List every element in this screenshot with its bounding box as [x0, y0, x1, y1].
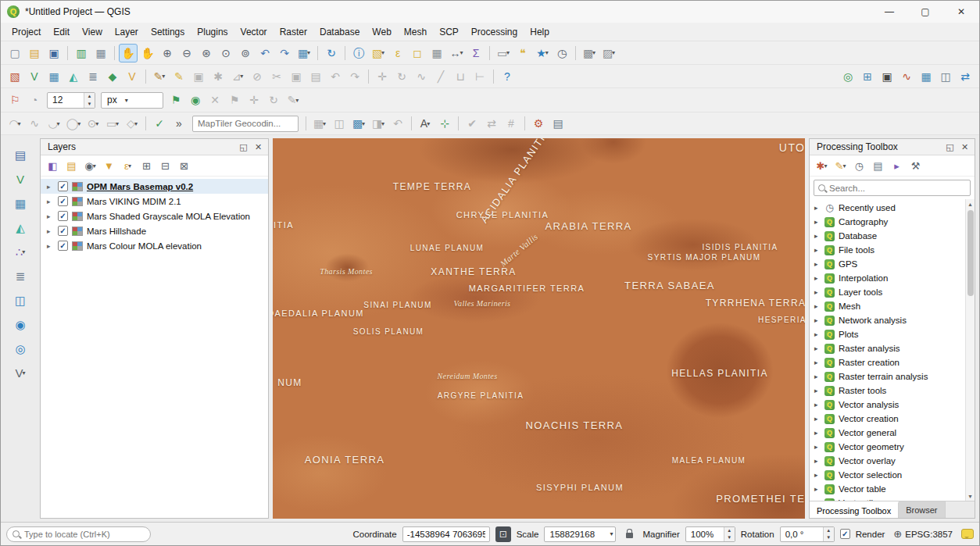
expand-arrow-icon[interactable]: ▸	[814, 316, 821, 324]
expand-all-button[interactable]: ⊞	[138, 157, 156, 175]
new-geopackage-layer-button[interactable]: ◆	[103, 67, 122, 86]
float-panel-button[interactable]: ◱	[943, 141, 957, 154]
menu-raster[interactable]: Raster	[274, 24, 313, 40]
annotations-button[interactable]: ▭▾	[494, 44, 513, 62]
expand-arrow-icon[interactable]: ▸	[47, 198, 54, 205]
expand-arrow-icon[interactable]: ▸	[814, 204, 821, 212]
layer-diagram-options-button[interactable]: ◔	[25, 91, 44, 109]
filter-by-expression-button[interactable]: ε▾	[119, 157, 137, 175]
minimize-button[interactable]: —	[871, 1, 907, 23]
expand-arrow-icon[interactable]: ▸	[814, 485, 821, 493]
menu-database[interactable]: Database	[313, 24, 366, 40]
processing-group-layer-tools[interactable]: ▸QLayer tools	[810, 285, 965, 299]
menu-mesh[interactable]: Mesh	[398, 24, 433, 40]
data-source-manager-button[interactable]: ▧	[5, 67, 24, 86]
topology-checker-button[interactable]: ⇄	[482, 114, 501, 133]
layer-item-mars-colour-mola-elevation[interactable]: ▸✓Mars Colour MOLA elevation	[41, 238, 268, 253]
close-button[interactable]: ✕	[943, 1, 979, 23]
add-raster-layer-button[interactable]: ▦	[10, 193, 30, 213]
menu-project[interactable]: Project	[5, 24, 47, 40]
expand-arrow-icon[interactable]: ▸	[814, 330, 821, 338]
processing-group-interpolation[interactable]: ▸QInterpolation	[810, 271, 965, 285]
layer-visibility-checkbox[interactable]: ✓	[58, 241, 68, 251]
processing-group-vector-overlay[interactable]: ▸QVector overlay	[810, 454, 965, 468]
draw-circle-button[interactable]: ◯▾	[64, 114, 83, 133]
tab-browser[interactable]: Browser	[899, 501, 945, 518]
add-mesh-layer-button[interactable]: ◭	[64, 67, 83, 86]
add-mesh-layer-button[interactable]: ◭	[10, 217, 30, 237]
zoom-to-selection-button[interactable]: ⊙	[216, 44, 235, 62]
processing-group-cartography[interactable]: ▸QCartography	[810, 215, 965, 229]
tab-processing-toolbox[interactable]: Processing Toolbox	[810, 501, 899, 518]
menu-plugins[interactable]: Plugins	[191, 24, 234, 40]
raster-calculator-button[interactable]: ▦▾	[310, 114, 329, 133]
add-group-button[interactable]: ▤	[63, 157, 80, 175]
processing-search[interactable]	[814, 180, 971, 196]
layer-visibility-checkbox[interactable]: ✓	[58, 211, 68, 221]
new-map-view-button[interactable]: ▦▾	[295, 44, 313, 62]
help-contents-button[interactable]: ?	[498, 67, 517, 86]
add-raster-layer-button[interactable]: ▦	[45, 67, 63, 86]
show-hide-labels-button[interactable]: ⚑	[225, 91, 244, 109]
results-pane-button[interactable]: ▤	[549, 114, 567, 133]
draw-rectangle-button[interactable]: ▭▾	[103, 114, 122, 133]
plugin-sync-button[interactable]: ⇄	[956, 67, 975, 86]
filter-legend-button[interactable]: ▼	[100, 157, 118, 175]
zoom-in-button[interactable]: ⊕	[158, 44, 177, 62]
toolbar-overflow-button[interactable]: »	[170, 114, 188, 133]
expand-arrow-icon[interactable]: ▸	[814, 373, 821, 380]
temporal-controller-button[interactable]: ◷	[553, 44, 571, 62]
draw-ellipse-button[interactable]: ⊙▾	[84, 114, 102, 133]
add-xyz-layer-button[interactable]: ◎	[10, 338, 30, 359]
data-defined-options-button[interactable]: ▨▾	[599, 44, 618, 62]
trim-extend-button[interactable]: ⊢	[470, 67, 489, 86]
add-vector-layer-button[interactable]: V	[25, 67, 44, 86]
menu-processing[interactable]: Processing	[465, 24, 524, 40]
merge-features-button[interactable]: ⊔	[451, 67, 470, 86]
rotate-label-button[interactable]: ↻	[264, 91, 283, 109]
move-feature-button[interactable]: ✛	[373, 67, 392, 86]
font-size-stepper[interactable]: ▲▼	[84, 93, 95, 108]
processing-group-vector-geometry[interactable]: ▸QVector geometry	[810, 440, 965, 454]
options-button[interactable]: ⚒	[907, 157, 925, 175]
pin-unpin-labels-button[interactable]: ✕	[206, 91, 224, 109]
new-bookmark-button[interactable]: ★▾	[533, 44, 552, 62]
processing-search-input[interactable]	[829, 184, 966, 193]
open-attribute-table-button[interactable]: ▦	[427, 44, 446, 62]
expand-arrow-icon[interactable]: ▸	[814, 274, 821, 282]
expand-arrow-icon[interactable]: ▸	[814, 443, 821, 451]
processing-group-vector-selection[interactable]: ▸QVector selection	[810, 468, 965, 482]
label-font-size-input[interactable]: 12 ▲▼	[47, 92, 95, 109]
expand-arrow-icon[interactable]: ▸	[814, 415, 821, 423]
raster-align-button[interactable]: ◫	[330, 114, 349, 133]
cut-features-button[interactable]: ✂	[267, 67, 286, 86]
lock-scale-button[interactable]	[621, 526, 637, 542]
processing-group-gps[interactable]: ▸QGPS	[810, 257, 965, 271]
scale-combo[interactable]: 158829168 ▾	[544, 526, 616, 542]
open-layer-styling-button[interactable]: ◧	[44, 157, 62, 175]
render-checkbox[interactable]: ✓	[840, 529, 850, 539]
serval-draw-button[interactable]: ▩▾	[349, 114, 368, 133]
expand-arrow-icon[interactable]: ▸	[814, 288, 821, 296]
processing-group-database[interactable]: ▸QDatabase	[810, 229, 965, 243]
zoom-last-button[interactable]: ↶	[256, 44, 274, 62]
serval-undo-button[interactable]: ↶	[388, 114, 407, 133]
crs-button[interactable]: ⊕ EPSG:3857	[890, 526, 956, 541]
serval-erase-button[interactable]: ◨▾	[369, 114, 388, 133]
add-postgis-layer-button[interactable]: ◫	[10, 290, 30, 310]
processing-group-raster-tools[interactable]: ▸QRaster tools	[810, 384, 965, 398]
zoom-to-layer-button[interactable]: ⊚	[236, 44, 255, 62]
quickmapservices-button[interactable]: ◎	[839, 67, 857, 86]
processing-group-vector-creation[interactable]: ▸QVector creation	[810, 412, 965, 426]
expand-arrow-icon[interactable]: ▸	[47, 242, 54, 250]
add-point-feature-button[interactable]: ✱	[209, 67, 227, 86]
add-virtual-layer-button[interactable]: V▾	[10, 362, 30, 383]
menu-scp[interactable]: SCP	[433, 24, 465, 40]
rotation-stepper[interactable]: ▲▼	[823, 527, 834, 541]
enable-tracing-button[interactable]: ✓	[150, 114, 169, 133]
add-delimited-text-layer-button[interactable]: ≣	[10, 266, 30, 286]
processing-group-raster-creation[interactable]: ▸QRaster creation	[810, 355, 965, 369]
close-panel-button[interactable]: ✕	[958, 141, 971, 154]
statistical-summary-button[interactable]: Σ	[467, 44, 485, 62]
magnifier-stepper[interactable]: ▲▼	[724, 527, 735, 541]
